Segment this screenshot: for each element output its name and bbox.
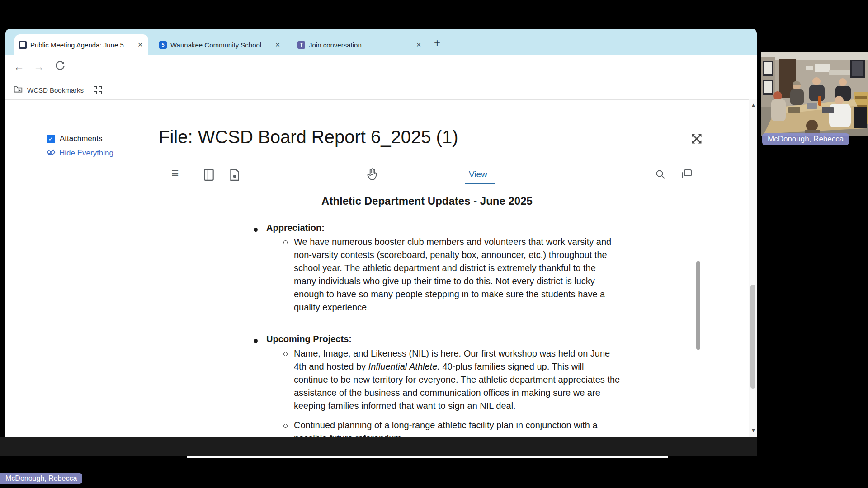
tab-join-conversation[interactable]: T Join conversation ✕ bbox=[293, 34, 427, 55]
pdf-menu-hamburger-icon[interactable]: ≡ bbox=[171, 169, 179, 178]
tab-waunakee-community-school[interactable]: 5 Waunakee Community School ✕ bbox=[155, 34, 286, 55]
scroll-up-icon[interactable]: ▲ bbox=[751, 102, 756, 108]
pdf-document-icon[interactable] bbox=[230, 169, 240, 183]
close-tab-icon[interactable]: ✕ bbox=[415, 41, 422, 48]
teams-screen-share-stage: Public Meeting Agenda: June 5 ✕ 5 Waunak… bbox=[0, 0, 868, 488]
document-title: Athletic Department Updates - June 2025 bbox=[187, 195, 667, 207]
apps-grid-icon[interactable] bbox=[94, 86, 102, 94]
sub-bullet-icon bbox=[283, 424, 288, 428]
teams-favicon-icon: T bbox=[297, 41, 305, 49]
participant-name-label: McDonough, Rebecca bbox=[762, 133, 849, 145]
browser-scrollbar[interactable]: ▲ ▼ bbox=[749, 99, 757, 437]
pdf-toolbar-divider bbox=[188, 168, 188, 183]
presenter-name-label: McDonough, Rebecca bbox=[0, 473, 82, 484]
close-tab-icon[interactable]: ✕ bbox=[137, 41, 144, 48]
browser-tab-strip: Public Meeting Agenda: June 5 ✕ 5 Waunak… bbox=[5, 29, 757, 55]
bookmarks-folder-label[interactable]: WCSD Bookmarks bbox=[27, 86, 84, 94]
bullet-icon bbox=[254, 228, 258, 232]
document-paragraph: Name, Image, and Likeness (NIL) is here.… bbox=[294, 347, 620, 413]
scroll-down-icon[interactable]: ▼ bbox=[751, 427, 756, 433]
windows-taskbar: Type here to search O T 1 bbox=[0, 437, 757, 456]
document-paragraph: We have numerous booster club members an… bbox=[294, 235, 620, 314]
hide-everything-label: Hide Everything bbox=[59, 149, 113, 158]
view-tab-underline bbox=[465, 183, 495, 184]
sub-bullet-icon bbox=[283, 240, 288, 244]
browser-window: Public Meeting Agenda: June 5 ✕ 5 Waunak… bbox=[5, 29, 757, 437]
calendar-5-favicon-icon: 5 bbox=[159, 41, 167, 49]
tab-title: Join conversation bbox=[309, 41, 411, 49]
participant-video-tile[interactable] bbox=[761, 52, 868, 136]
pdf-page: Athletic Department Updates - June 2025 … bbox=[187, 192, 668, 458]
pdf-pages-copy-icon[interactable] bbox=[681, 169, 693, 182]
pdf-search-icon[interactable] bbox=[655, 169, 666, 182]
section-heading: Upcoming Projects: bbox=[266, 334, 352, 344]
expand-fullscreen-icon[interactable] bbox=[690, 132, 703, 147]
reload-icon[interactable] bbox=[54, 60, 66, 73]
close-tab-icon[interactable]: ✕ bbox=[274, 41, 281, 48]
boardbook-favicon-icon bbox=[19, 41, 27, 49]
sub-bullet-icon bbox=[283, 352, 288, 356]
bullet-icon bbox=[254, 339, 258, 343]
browser-toolbar: ← → meetings.boardbook.org/Public/Agenda… bbox=[5, 55, 757, 80]
view-tab[interactable]: View bbox=[469, 169, 487, 179]
tab-public-meeting-agenda[interactable]: Public Meeting Agenda: June 5 ✕ bbox=[14, 34, 148, 55]
page-content: ✓ Attachments Hide Everything File: WCSD… bbox=[5, 100, 749, 437]
bookmarks-folder-icon[interactable] bbox=[14, 85, 23, 95]
tab-title: Waunakee Community School bbox=[170, 41, 270, 49]
file-title: File: WCSD Board Report 6_2025 (1) bbox=[159, 127, 458, 147]
tab-title: Public Meeting Agenda: June 5 bbox=[30, 41, 133, 49]
bookmarks-bar: WCSD Bookmarks bbox=[5, 80, 756, 100]
pdf-sidebar-panel-icon[interactable] bbox=[203, 169, 214, 183]
eye-slash-icon bbox=[47, 149, 56, 158]
pdf-toolbar-divider bbox=[356, 168, 356, 183]
section-heading: Appreciation: bbox=[266, 223, 325, 233]
hand-pan-tool-icon[interactable] bbox=[366, 167, 378, 183]
attachments-checkbox-row[interactable]: ✓ Attachments bbox=[47, 134, 103, 143]
forward-icon[interactable]: → bbox=[33, 61, 44, 73]
hide-everything-link[interactable]: Hide Everything bbox=[47, 149, 113, 158]
attachments-label: Attachments bbox=[60, 134, 103, 143]
scrollbar-thumb[interactable] bbox=[750, 285, 755, 389]
new-tab-button[interactable]: + bbox=[434, 37, 440, 49]
back-icon[interactable]: ← bbox=[14, 61, 24, 73]
pdf-scrollbar-thumb[interactable] bbox=[696, 261, 700, 350]
checkbox-checked-icon[interactable]: ✓ bbox=[47, 135, 55, 143]
tab-separator bbox=[288, 40, 288, 50]
